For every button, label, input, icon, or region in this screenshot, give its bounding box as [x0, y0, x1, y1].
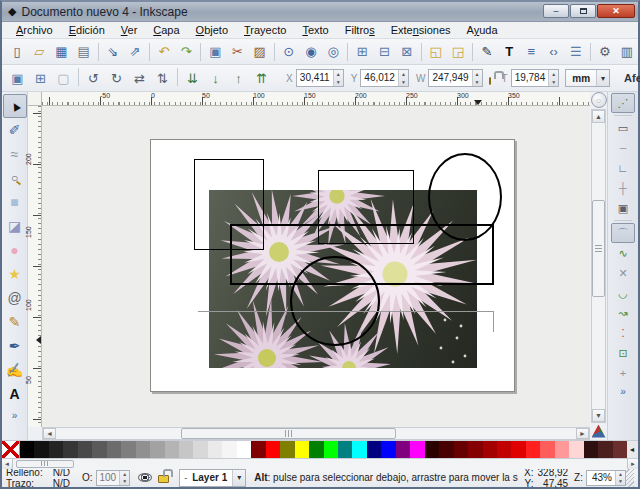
- group-button[interactable]: ◱: [426, 41, 446, 62]
- color-swatch[interactable]: [454, 441, 468, 458]
- color-swatch[interactable]: [63, 441, 77, 458]
- color-swatch[interactable]: [324, 441, 338, 458]
- color-swatch[interactable]: [136, 441, 150, 458]
- star-tool-button[interactable]: ★: [3, 262, 27, 286]
- snap-bbox-centers-button[interactable]: ▣: [611, 198, 635, 218]
- color-swatch[interactable]: [425, 441, 439, 458]
- color-swatch[interactable]: [280, 441, 294, 458]
- color-swatch[interactable]: [468, 441, 482, 458]
- palette-scroll-left-arrow[interactable]: ◄: [2, 459, 13, 469]
- raise-button[interactable]: ↑: [228, 68, 249, 89]
- snapbar-overflow-chevron[interactable]: »: [620, 386, 626, 397]
- layer-lock-icon[interactable]: [158, 475, 169, 483]
- restore-button[interactable]: [570, 4, 596, 18]
- color-swatch[interactable]: [598, 441, 612, 458]
- menu-capa[interactable]: Capa: [145, 23, 187, 37]
- ellipse-tool-button[interactable]: ●: [3, 238, 27, 262]
- height-input[interactable]: 19,784: [512, 70, 549, 86]
- x-input[interactable]: 30,411: [297, 70, 333, 86]
- select-all-layers-button[interactable]: ⊞: [30, 68, 51, 89]
- copy-button[interactable]: ▣: [205, 41, 225, 62]
- text-dialog-button[interactable]: T: [499, 41, 519, 62]
- scroll-left-arrow[interactable]: ◄: [43, 428, 56, 439]
- cms-toggle-button[interactable]: ◌: [591, 92, 607, 108]
- document-properties-button[interactable]: ▥: [617, 41, 637, 62]
- canvas[interactable]: [42, 106, 590, 427]
- color-swatch[interactable]: [396, 441, 410, 458]
- menu-filtros[interactable]: Filtros: [337, 23, 383, 37]
- vertical-ruler[interactable]: 20015010050: [28, 106, 42, 427]
- opacity-input[interactable]: 100: [97, 471, 120, 485]
- vertical-scroll-thumb[interactable]: [592, 200, 605, 297]
- snap-midpoints-button[interactable]: ⁚: [611, 323, 635, 343]
- select-all-button[interactable]: ▣: [7, 68, 28, 89]
- scroll-right-arrow[interactable]: ►: [576, 428, 589, 439]
- layer-visibility-eye-icon[interactable]: [138, 473, 152, 482]
- palette-scrollbar[interactable]: ◄ ►: [2, 458, 638, 469]
- pen-tool-button[interactable]: ✒: [3, 334, 27, 358]
- menu-objeto[interactable]: Objeto: [188, 23, 236, 37]
- menu-extensiones[interactable]: Extensiones: [383, 23, 459, 37]
- deselect-button[interactable]: ▢: [53, 68, 74, 89]
- color-swatch[interactable]: [367, 441, 381, 458]
- color-swatch[interactable]: [266, 441, 280, 458]
- new-document-button[interactable]: ▯: [7, 41, 27, 62]
- horizontal-ruler[interactable]: -50050100150200250300350: [42, 92, 590, 106]
- opacity-spinner[interactable]: [119, 471, 129, 485]
- color-swatch[interactable]: [251, 441, 265, 458]
- color-swatch[interactable]: [338, 441, 352, 458]
- color-swatch[interactable]: [381, 441, 395, 458]
- zoom-page-button[interactable]: ⊙: [279, 41, 299, 62]
- height-spinner[interactable]: [548, 70, 558, 86]
- zoom-input[interactable]: 43%: [587, 471, 615, 485]
- scroll-down-arrow[interactable]: ▼: [592, 409, 605, 422]
- color-swatch[interactable]: [49, 441, 63, 458]
- create-clone-button[interactable]: ⊟: [374, 41, 394, 62]
- toolbox-overflow-chevron[interactable]: »: [12, 410, 18, 421]
- resize-grip[interactable]: [626, 469, 634, 488]
- scroll-up-arrow[interactable]: ▲: [592, 110, 605, 123]
- swatch-none[interactable]: [2, 441, 20, 458]
- drawn-line[interactable]: [198, 311, 494, 312]
- y-spinner[interactable]: [398, 70, 408, 86]
- import-button[interactable]: ⇘: [103, 41, 123, 62]
- duplicate-button[interactable]: ⊞: [352, 41, 372, 62]
- preferences-button[interactable]: ⚙: [595, 41, 615, 62]
- flip-horizontal-button[interactable]: ⇄: [129, 68, 150, 89]
- snap-bbox-edges-button[interactable]: ┄: [611, 138, 635, 158]
- node-editor-tool-button[interactable]: ✐: [3, 118, 27, 142]
- color-swatch[interactable]: [222, 441, 236, 458]
- width-spinner[interactable]: [472, 70, 482, 86]
- color-swatch[interactable]: [613, 441, 627, 458]
- menu-texto[interactable]: Texto: [294, 23, 336, 37]
- pencil-tool-button[interactable]: ✎: [3, 310, 27, 334]
- color-swatch[interactable]: [193, 441, 207, 458]
- raise-to-top-button[interactable]: ⇈: [251, 68, 272, 89]
- color-swatch[interactable]: [237, 441, 251, 458]
- color-swatch[interactable]: [439, 441, 453, 458]
- color-swatch[interactable]: [497, 441, 511, 458]
- color-swatch[interactable]: [295, 441, 309, 458]
- cut-button[interactable]: ✂: [227, 41, 247, 62]
- menu-archivo[interactable]: Archivo: [8, 23, 61, 37]
- fill-stroke-dialog-button[interactable]: ✎: [477, 41, 497, 62]
- layer-dropdown[interactable]: - Layer 1: [179, 469, 246, 487]
- minimize-button[interactable]: –: [543, 4, 569, 18]
- horizontal-scroll-thumb[interactable]: [181, 428, 396, 439]
- selector-tool-button[interactable]: ▲: [3, 94, 27, 118]
- align-dialog-button[interactable]: ☰: [566, 41, 586, 62]
- paste-button[interactable]: ▨: [250, 41, 270, 62]
- lock-ratio-icon[interactable]: [489, 77, 491, 85]
- lower-to-bottom-button[interactable]: ⇊: [182, 68, 203, 89]
- menu-ver[interactable]: Ver: [113, 23, 146, 37]
- x-spinner[interactable]: [333, 70, 343, 86]
- color-swatch[interactable]: [569, 441, 583, 458]
- snap-paths-button[interactable]: ∿: [611, 243, 635, 263]
- box-3d-tool-button[interactable]: ◪: [3, 214, 27, 238]
- close-button[interactable]: ✕: [597, 4, 635, 18]
- open-folder-button[interactable]: ▱: [29, 41, 49, 62]
- y-input[interactable]: 46,012: [361, 70, 398, 86]
- color-swatch[interactable]: [121, 441, 135, 458]
- snap-nodes-button[interactable]: ⌒: [611, 223, 635, 243]
- flip-vertical-button[interactable]: ⇅: [152, 68, 173, 89]
